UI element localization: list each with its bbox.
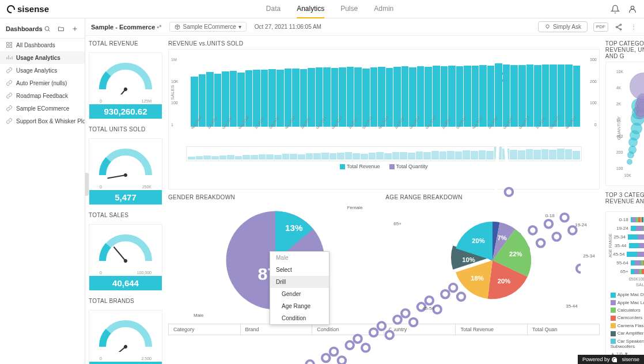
- sidebar-item-label: Usage Analytics: [16, 55, 60, 61]
- data-table-header: Category Brand Condition Country Total R…: [168, 324, 600, 335]
- scatter-chart[interactable]: QUANTITY Female Male 10K4K2K1K400200100 …: [605, 62, 644, 186]
- gender-widget[interactable]: GENDER BREAKDOWN 87% 13% Female Male: [168, 194, 382, 318]
- bubble[interactable]: [630, 73, 644, 100]
- cm-condition[interactable]: Condition: [270, 312, 329, 324]
- cm-drill[interactable]: Drill: [270, 276, 329, 288]
- stack-row[interactable]: 45-54: [612, 250, 644, 258]
- powered-by-badge[interactable]: Powered by sisense: [578, 355, 644, 364]
- stacked-chart[interactable]: AGE RANGE 0-1819-2425-3435-4445-5455-646…: [605, 211, 644, 359]
- logo-icon: [7, 5, 15, 13]
- th-country[interactable]: Country: [384, 324, 456, 335]
- svg-text:18%: 18%: [471, 275, 483, 282]
- nav-pulse[interactable]: Pulse: [340, 0, 358, 18]
- folder-icon[interactable]: [56, 24, 66, 33]
- sidebar-item-3[interactable]: Auto Premier (nulls): [0, 77, 85, 89]
- share-icon[interactable]: [614, 22, 623, 32]
- sidebar-item-label: Auto Premier (nulls): [16, 80, 67, 86]
- th-brand[interactable]: Brand: [241, 324, 313, 335]
- user-icon[interactable]: [628, 5, 637, 14]
- brand-text: sisense: [17, 4, 49, 14]
- search-icon[interactable]: [43, 24, 52, 33]
- bubble[interactable]: [628, 146, 637, 154]
- gauge-2[interactable]: 0100,000 40,644: [89, 224, 162, 291]
- svg-point-36: [362, 344, 370, 352]
- bar[interactable]: [441, 66, 448, 127]
- bar[interactable]: [472, 66, 479, 127]
- sidebar-item-0[interactable]: All Dashboards: [0, 39, 85, 51]
- nav-data[interactable]: Data: [266, 0, 281, 18]
- cm-gender[interactable]: Gender: [270, 288, 329, 300]
- logo[interactable]: sisense: [7, 4, 49, 14]
- cm-age-range[interactable]: Age Range: [270, 300, 329, 312]
- sidebar-item-label: Support Box & Whisker Plot I...: [16, 118, 85, 124]
- link-icon: [6, 92, 13, 99]
- th-category[interactable]: Category: [169, 324, 241, 335]
- th-quantity[interactable]: Total Quan: [528, 324, 599, 335]
- gauge-column: TOTAL REVENUE 0125M 930,260.62 TOTAL UNI…: [85, 36, 166, 364]
- gauge-0[interactable]: 0125M 930,260.62: [89, 52, 162, 119]
- bar[interactable]: [285, 69, 292, 127]
- stack-row[interactable]: 65+: [612, 267, 644, 275]
- bar[interactable]: [316, 67, 323, 127]
- link-icon: [6, 67, 13, 74]
- bar[interactable]: [393, 67, 401, 127]
- stack-row[interactable]: 35-44: [612, 241, 644, 249]
- sidebar-item-5[interactable]: Sample ECommerce: [0, 102, 85, 115]
- svg-point-6: [546, 25, 550, 28]
- svg-point-9: [620, 28, 621, 29]
- svg-rect-2: [7, 43, 9, 45]
- stack-row[interactable]: 19-24: [612, 224, 644, 232]
- gauge-1[interactable]: 0250K 5,477: [89, 138, 162, 205]
- bar[interactable]: [487, 66, 495, 127]
- top-nav: sisense Data Analytics Pulse Admin: [0, 0, 644, 18]
- svg-point-11: [124, 173, 128, 177]
- datasource-chip[interactable]: Sample ECommerce ▾: [169, 22, 246, 32]
- bubble[interactable]: [627, 159, 632, 165]
- sidebar: Dashboards All DashboardsUsage Analytics…: [0, 18, 85, 364]
- cm-header: Male: [270, 252, 329, 264]
- more-icon[interactable]: ⋮: [629, 22, 638, 32]
- sidebar-item-label: Usage Analytics: [16, 67, 57, 74]
- age-pie[interactable]: 7%22%20%18%10%20%: [446, 214, 539, 306]
- bar[interactable]: [253, 70, 260, 127]
- bar[interactable]: [534, 65, 541, 127]
- bar[interactable]: [518, 65, 526, 127]
- brush-selector[interactable]: [186, 146, 582, 161]
- bar[interactable]: [425, 67, 432, 127]
- stack-row[interactable]: 0-18: [612, 215, 644, 223]
- pdf-button[interactable]: PDF: [593, 22, 608, 32]
- age-widget[interactable]: AGE RANGE BREAKDOWN 7%22%20%18%10%20% 0-…: [385, 194, 599, 318]
- sidebar-item-1[interactable]: Usage Analytics: [0, 51, 85, 64]
- revenue-chart[interactable]: SALES 1M10K1001 3002001000 Nov 2009Jan 2…: [168, 49, 600, 189]
- timestamp: Oct 27, 2021 11:06:05 AM: [255, 24, 321, 30]
- sidebar-item-4[interactable]: Roadmap Feedback: [0, 89, 85, 102]
- svg-point-8: [616, 26, 617, 27]
- sidebar-item-6[interactable]: Support Box & Whisker Plot I...: [0, 115, 85, 127]
- stack-row[interactable]: 55-64: [612, 259, 644, 267]
- svg-point-1: [45, 26, 49, 31]
- bar[interactable]: [503, 65, 510, 127]
- age-title: AGE RANGE BREAKDOWN: [385, 194, 599, 200]
- nav-analytics[interactable]: Analytics: [297, 0, 324, 18]
- plus-icon[interactable]: [70, 24, 79, 33]
- th-revenue[interactable]: Total Revenue: [456, 324, 528, 335]
- simply-ask-button[interactable]: Simply Ask: [538, 21, 588, 32]
- svg-point-34: [346, 342, 354, 350]
- stacked-title: TOP 3 CATEGORIES BY REVENUE AND AGE: [605, 192, 644, 204]
- sidebar-title: Dashboards: [6, 25, 43, 32]
- stack-row[interactable]: 25-34: [612, 233, 644, 241]
- cm-select[interactable]: Select: [270, 264, 329, 276]
- nav-admin[interactable]: Admin: [374, 0, 393, 18]
- sidebar-collapse-handle[interactable]: [85, 173, 89, 196]
- scatter-title: TOP CATEGORIES BY REVENUE, UNITS SOLD AN…: [605, 40, 644, 59]
- bar[interactable]: [565, 65, 573, 127]
- dashboard-name: Sample - Ecommerce •*: [91, 24, 161, 31]
- bar[interactable]: [347, 67, 354, 127]
- svg-rect-3: [10, 43, 12, 45]
- bell-icon[interactable]: [611, 5, 620, 14]
- th-condition[interactable]: Condition: [312, 324, 384, 335]
- gauge-3[interactable]: 02,500 704: [89, 310, 162, 364]
- bars-icon: [6, 54, 13, 61]
- sidebar-item-2[interactable]: Usage Analytics: [0, 64, 85, 77]
- bubble[interactable]: [637, 101, 644, 112]
